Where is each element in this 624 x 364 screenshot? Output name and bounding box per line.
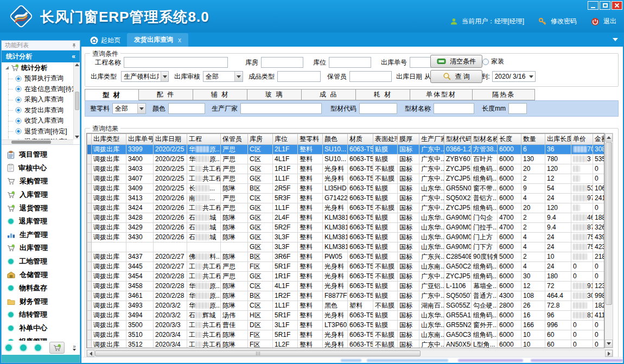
material-tab[interactable]: 单体型材 <box>410 89 473 100</box>
maker-input[interactable] <box>240 103 322 114</box>
column-header[interactable]: 出库类型 <box>92 134 126 145</box>
table-row[interactable]: 调拨出库34292020/2/26石城陈琳G区5R2F整料KLM38176063… <box>87 223 605 233</box>
project-name-input[interactable] <box>124 57 228 68</box>
material-tab[interactable]: 辅 材 <box>193 89 247 100</box>
tree-item[interactable]: 采购入库查询 <box>2 94 73 105</box>
tree-expander-icon[interactable] <box>5 66 9 69</box>
column-header[interactable]: 金额 <box>593 134 605 145</box>
table-row[interactable]: G区3L3F整料KLM38176063-T5贴膜国标山东华...GA90M09.… <box>87 242 605 252</box>
tree-root[interactable]: 统计分析 <box>2 62 73 73</box>
table-row[interactable]: 调拨出库34092020/2/25长...陈琳B区2R5F整料LI35HD606… <box>87 184 605 194</box>
tab-active[interactable]: 发货出库查询 x <box>127 33 188 47</box>
tree-item[interactable]: 在途信息查询[待定] <box>2 84 73 95</box>
material-tab[interactable]: 玻 璃 <box>247 89 302 100</box>
radio-button[interactable] <box>482 59 489 65</box>
warehouse-input[interactable] <box>261 57 303 68</box>
column-header[interactable]: 出库日期 <box>154 134 187 145</box>
column-header[interactable]: 长度 <box>498 134 521 145</box>
section-header[interactable]: 统计分析 « <box>2 50 80 62</box>
material-tab[interactable]: 型 材 <box>85 89 139 100</box>
column-header[interactable]: 型材代码 <box>444 134 472 145</box>
table-row[interactable]: 调拨出库35102020/3/4工共工程陈琳F区5R1F整料光身料6063-T5… <box>87 330 605 340</box>
sidebar-item[interactable]: 工地管理 <box>2 255 80 269</box>
sidebar-item[interactable]: 项目管理 <box>2 148 80 162</box>
table-row[interactable]: 调拨出库34302020/2/26石城陈琳G区3L3F整料KLM38176063… <box>87 233 605 242</box>
table-row[interactable]: 调拨出库34282020/2/26石城陈琳G区2L4F整料KLM38176063… <box>87 213 605 223</box>
tree-vertical-scrollbar[interactable] <box>73 62 80 139</box>
table-row[interactable]: 调拨出库34072020/2/25工共工程严思G区1L1F整料光身料6063-T… <box>87 174 605 184</box>
keeper-input[interactable] <box>349 71 392 82</box>
sidebar-item[interactable]: 入库管理 <box>2 188 80 202</box>
column-header[interactable]: 颜色 <box>323 134 348 145</box>
profile-code-input[interactable] <box>359 103 397 114</box>
table-row[interactable]: 调拨出库35122020/3/4工共工程陈琳F区1L2F整料光身料6063-T5… <box>87 340 605 349</box>
maximize-button[interactable] <box>600 1 610 10</box>
column-header[interactable]: 出库长度 <box>545 134 571 145</box>
column-header[interactable] <box>87 134 92 145</box>
table-row[interactable]: 调拨出库34372020/2/27佛料...陈琳B区3R6F整料PW056063… <box>87 252 605 262</box>
column-header[interactable]: 库房 <box>248 134 273 145</box>
tree-item[interactable]: 预算执行查询 <box>2 73 73 84</box>
material-tab[interactable]: 成 品 <box>302 89 356 100</box>
profile-name-input[interactable] <box>434 103 474 114</box>
table-row[interactable]: 调拨出库34032020/2/25工共工程严思G区1R1F整料光身料6063-T… <box>87 164 605 174</box>
table-row[interactable]: 调拨出库35002020/3/3工共工程曹佳D区3L1F整料LT3P606063… <box>87 321 605 330</box>
collapse-icon[interactable]: « <box>72 53 75 60</box>
close-button[interactable] <box>612 1 622 10</box>
column-header[interactable]: 膜厚 <box>398 134 419 145</box>
material-tab[interactable]: 配 件 <box>139 89 193 100</box>
search-button[interactable]: 查 询 <box>430 70 482 83</box>
sidebar-item[interactable]: 仓储管理 <box>2 268 80 282</box>
table-row[interactable]: 调拨出库34612020/2/28华原...陈琳B区1R2F整料F8877FT6… <box>87 291 605 301</box>
material-tab[interactable]: 隔热条 <box>473 89 535 100</box>
material-tab[interactable]: 耗 材 <box>356 89 410 100</box>
minimize-button[interactable] <box>588 1 598 10</box>
product-type-input[interactable] <box>277 71 321 82</box>
column-header[interactable]: 单价 <box>571 134 593 145</box>
sidebar-item[interactable]: 结转管理 <box>2 308 80 322</box>
sidebar-item[interactable]: 退库管理 <box>2 215 80 228</box>
sidebar-item[interactable]: 审核中心 <box>2 162 80 175</box>
tab-home[interactable]: 起始页 <box>84 34 127 47</box>
clear-conditions-button[interactable]: 清空条件 <box>430 55 482 68</box>
table-row[interactable]: 调拨出库34002020/2/25华原...严思C区4L1F整料SU10...6… <box>87 155 605 164</box>
table-row[interactable]: 调拨出库34242020/2/26工共工程严思G区1L1F整料光身料6063-T… <box>87 203 605 213</box>
tree-item[interactable]: 收货入库查询 <box>2 116 73 126</box>
table-row[interactable]: 调拨出库34582020/2/28华原...陈琳C区4L1F整料光身料6063-… <box>87 282 605 291</box>
grid-vertical-scrollbar[interactable] <box>604 133 613 348</box>
sidebar-item[interactable]: 出库管理 <box>2 241 80 255</box>
sidebar-item[interactable]: 物料盘存 <box>2 282 80 295</box>
sidebar-item[interactable]: 补单中心 <box>2 322 80 335</box>
sidebar-item[interactable]: 退货管理 <box>2 201 80 215</box>
column-header[interactable]: 工程 <box>187 134 221 145</box>
radio-option[interactable]: 家装 <box>482 57 504 66</box>
tab-close-icon[interactable]: x <box>178 36 181 44</box>
sidebar-item[interactable]: 财务管理 <box>2 295 80 309</box>
column-header[interactable]: 表面处理 <box>373 134 398 145</box>
column-header[interactable]: 库位 <box>273 134 298 145</box>
column-header[interactable]: 整零料 <box>298 134 323 145</box>
length-input[interactable] <box>508 103 527 114</box>
tab-list-chevron-icon[interactable] <box>613 38 618 41</box>
column-header[interactable]: 保管员 <box>221 134 248 145</box>
table-row[interactable]: 调拨出库34132020/2/26南...严思C区5R3F整料G71422606… <box>87 194 605 203</box>
table-row[interactable]: 调拨出库34452020/2/27工共工程严思F区5R1F整料光身料6063-T… <box>87 262 605 272</box>
column-header[interactable]: 型材名称 <box>472 134 498 145</box>
grid-horizontal-scrollbar[interactable] <box>86 349 613 357</box>
change-password-link[interactable]: 修改密码 <box>551 17 577 26</box>
audit-select[interactable]: 全部 <box>203 71 243 82</box>
table-row[interactable]: 调拨出库33992020/2/25华原...严思C区2L1F整料SU10...6… <box>87 145 605 155</box>
sidebar-item[interactable]: 采购管理 <box>2 175 80 188</box>
dock-dot-icon[interactable] <box>5 344 12 351</box>
dock-dot-icon[interactable] <box>20 344 27 351</box>
column-header[interactable]: 生产厂家 <box>419 134 444 145</box>
date-to-picker[interactable]: 2020/ 3/16 <box>492 71 536 82</box>
dock-dot-icon[interactable] <box>35 344 41 351</box>
out-type-select[interactable]: 生产领料出库 <box>121 71 169 82</box>
tree-horizontal-scrollbar[interactable] <box>2 139 73 144</box>
location-input[interactable] <box>329 57 371 68</box>
pin-icon[interactable] <box>72 43 77 48</box>
column-header[interactable]: 数量 <box>521 134 545 145</box>
dock-more-button[interactable]: » <box>73 344 76 351</box>
column-header[interactable]: 材质 <box>348 134 373 145</box>
